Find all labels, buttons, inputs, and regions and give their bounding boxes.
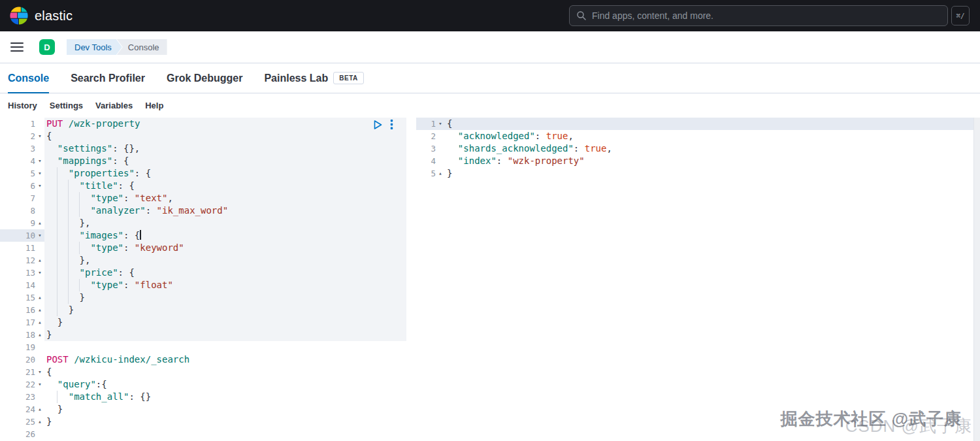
elastic-home-link[interactable]: elastic	[9, 6, 73, 25]
code-line[interactable]: 23"match_all": {}	[0, 391, 406, 403]
code-line[interactable]: 13▾"price": {	[0, 267, 406, 279]
fold-close-icon[interactable]: ▴	[35, 416, 44, 428]
fold-spacer	[35, 204, 44, 217]
request-actions	[373, 119, 393, 130]
fold-open-icon[interactable]: ▾	[35, 167, 44, 180]
code-line[interactable]: 25▴}	[0, 416, 406, 428]
code-token: : {}	[129, 391, 151, 402]
code-text: "type": "keyword"	[44, 242, 406, 254]
fold-spacer	[35, 353, 44, 366]
request-options-button[interactable]	[390, 119, 393, 130]
code-line[interactable]: 17▴}	[0, 316, 406, 329]
code-text: "images": {	[44, 229, 406, 242]
code-line[interactable]: 7"type": "text",	[0, 192, 406, 204]
fold-open-icon[interactable]: ▾	[436, 118, 445, 130]
code-line[interactable]: 2"acknowledged": true,	[416, 130, 973, 142]
fold-open-icon[interactable]: ▾	[35, 155, 44, 167]
fold-close-icon[interactable]: ▴	[35, 217, 44, 229]
fold-spacer	[35, 279, 44, 291]
code-line[interactable]: 9▴},	[0, 217, 406, 229]
code-token: POST	[46, 354, 69, 365]
fold-open-icon[interactable]: ▾	[35, 130, 44, 142]
line-number: 16	[0, 304, 35, 316]
response-editor[interactable]: 1▾{2"acknowledged": true,3"shards_acknow…	[416, 118, 973, 441]
code-line[interactable]: 18▴}	[0, 329, 406, 341]
code-line[interactable]: 20POST /wzkicu-index/_search	[0, 353, 406, 366]
fold-open-icon[interactable]: ▾	[35, 267, 44, 279]
fold-close-icon[interactable]: ▴	[35, 254, 44, 267]
line-number: 10	[0, 229, 35, 242]
brand-name: elastic	[35, 8, 73, 24]
code-token: "images"	[80, 230, 123, 240]
code-line[interactable]: 24▴}	[0, 403, 406, 416]
scrollbar-track[interactable]	[973, 118, 980, 441]
code-line[interactable]: 26	[0, 428, 406, 440]
code-line[interactable]: 8"analyzer": "ik_max_word"	[0, 204, 406, 217]
fold-open-icon[interactable]: ▾	[35, 180, 44, 192]
request-editor[interactable]: 1PUT /wzk-property2▾{3"settings": {},4▾"…	[0, 118, 406, 441]
send-request-button[interactable]	[373, 120, 383, 130]
fold-open-icon[interactable]: ▾	[35, 366, 44, 378]
menu-history[interactable]: History	[8, 101, 37, 110]
code-line[interactable]: 10▾"images": {	[0, 229, 406, 242]
global-search-box[interactable]	[569, 5, 948, 26]
tab-console[interactable]: Console	[8, 63, 49, 93]
code-line[interactable]: 15▴}	[0, 291, 406, 304]
code-line[interactable]: 16▴}	[0, 304, 406, 316]
space-avatar[interactable]: D	[39, 39, 55, 55]
code-line[interactable]: 22▾"query":{	[0, 378, 406, 391]
code-token: }	[57, 404, 63, 414]
fold-open-icon[interactable]: ▾	[35, 229, 44, 242]
fold-open-icon[interactable]: ▾	[35, 378, 44, 391]
menu-toggle-button[interactable]	[10, 39, 26, 55]
code-line[interactable]: 2▾{	[0, 130, 406, 142]
elastic-logo-icon	[9, 6, 29, 25]
code-text: }	[44, 291, 406, 304]
tab-search-profiler[interactable]: Search Profiler	[71, 63, 145, 93]
indent-guide	[46, 204, 90, 217]
menu-help[interactable]: Help	[145, 101, 163, 110]
tab-grok-debugger[interactable]: Grok Debugger	[167, 63, 242, 93]
code-line[interactable]: 1▾{	[416, 118, 973, 130]
fold-close-icon[interactable]: ▴	[35, 329, 44, 341]
code-line[interactable]: 3"settings": {},	[0, 142, 406, 155]
code-text: "properties": {	[44, 167, 406, 180]
code-line[interactable]: 5▴}	[416, 167, 973, 180]
tab-painless-lab[interactable]: Painless Lab BETA	[264, 63, 363, 93]
fold-close-icon[interactable]: ▴	[35, 304, 44, 316]
code-line[interactable]: 6▾"title": {	[0, 180, 406, 192]
code-line[interactable]: 14"type": "float"	[0, 279, 406, 291]
code-line[interactable]: 1PUT /wzk-property	[0, 118, 406, 130]
code-text: "query":{	[44, 378, 406, 391]
code-line[interactable]: 12▴},	[0, 254, 406, 267]
code-line[interactable]: 4▾"mappings": {	[0, 155, 406, 167]
line-number: 6	[0, 180, 35, 192]
code-token: "query"	[57, 379, 96, 389]
fold-spacer	[35, 341, 44, 353]
search-icon	[576, 10, 587, 21]
code-line[interactable]: 5▾"properties": {	[0, 167, 406, 180]
code-line[interactable]: 19	[0, 341, 406, 353]
code-line[interactable]: 21▾{	[0, 366, 406, 378]
code-text	[44, 341, 406, 353]
line-number: 7	[0, 192, 35, 204]
code-text: {	[44, 366, 406, 378]
line-number: 19	[0, 341, 35, 353]
fold-close-icon[interactable]: ▴	[436, 167, 445, 180]
indent-guide	[447, 155, 457, 167]
line-number: 12	[0, 254, 35, 267]
fold-close-icon[interactable]: ▴	[35, 291, 44, 304]
search-input[interactable]	[592, 10, 941, 21]
code-text: }	[44, 304, 406, 316]
fold-close-icon[interactable]: ▴	[35, 403, 44, 416]
code-line[interactable]: 11"type": "keyword"	[0, 242, 406, 254]
breadcrumb-dev-tools[interactable]: Dev Tools	[67, 39, 122, 55]
menu-settings[interactable]: Settings	[50, 101, 83, 110]
code-token: :	[535, 131, 546, 141]
code-token: :	[146, 205, 157, 216]
menu-variables[interactable]: Variables	[95, 101, 133, 110]
line-number: 14	[0, 279, 35, 291]
code-line[interactable]: 4"index": "wzk-property"	[416, 155, 973, 167]
fold-close-icon[interactable]: ▴	[35, 316, 44, 329]
code-line[interactable]: 3"shards_acknowledged": true,	[416, 142, 973, 155]
